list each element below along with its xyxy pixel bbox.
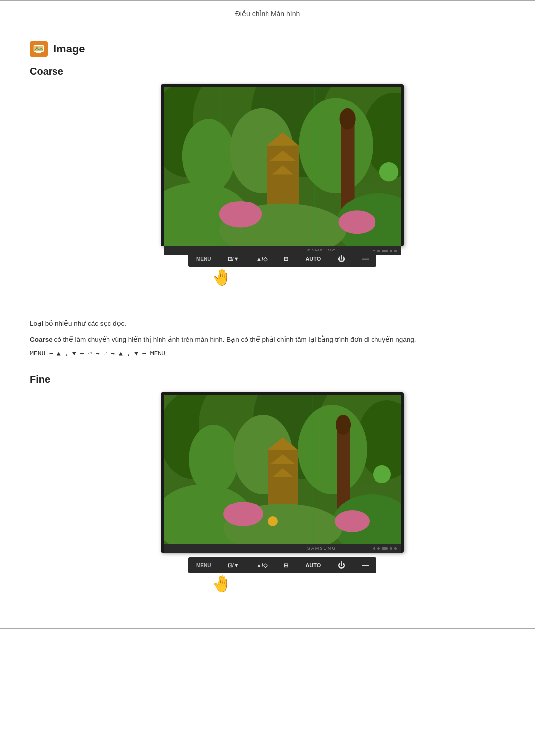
minus-btn-fine[interactable]: — [362,561,369,569]
hand-cursor-coarse: 🤚 [211,267,232,287]
svg-rect-4 [36,52,41,53]
svg-point-42 [336,415,351,435]
samsung-logo-fine: SAMSUNG [270,546,373,551]
coarse-monitor-display: SAMSUNG [161,84,404,246]
page-title: Điều chỉnh Màn hình [235,10,300,18]
coarse-section: Coarse [30,66,505,374]
coarse-desc2-rest: có thể làm chuyển vùng hiển thị hình ảnh… [53,336,416,343]
fine-control-bar: MENU ⊡/▼ ▲/◇ ⊟ AUTO ⏻ — [188,557,376,573]
up-btn-coarse[interactable]: ▲/◇ [256,256,267,262]
content-area: Image Coarse [0,41,535,618]
svg-point-19 [340,108,356,130]
coarse-bold: Coarse [30,336,53,343]
up-btn-fine[interactable]: ▲/◇ [256,562,267,569]
coarse-monitor-container: SAMSUNG [59,84,505,246]
section-header: Image [30,41,505,57]
auto-btn-coarse[interactable]: AUTO [305,256,321,262]
top-border [0,0,535,1]
svg-point-36 [298,405,367,494]
power-btn-fine[interactable]: ⏻ [338,561,345,569]
fine-control-bar-container: MENU ⊡/▼ ▲/◇ ⊟ AUTO ⏻ — 🤚 [59,557,505,573]
hand-cursor-fine: 🤚 [211,574,232,594]
coarse-menu-path: MENU → ▲ , ▼ → ⏎ → ⏎ → ▲ , ▼ → MENU [30,350,505,357]
coarse-control-bar: MENU ⊡/▼ ▲/◇ ⊟ AUTO ⏻ — [188,251,376,267]
fine-monitor-base: SAMSUNG [164,544,401,553]
svg-rect-3 [37,51,40,52]
monitor-controls-coarse [373,250,397,252]
svg-point-25 [379,162,399,182]
svg-point-34 [189,425,238,494]
menu-btn-fine[interactable]: MENU [196,563,211,568]
svg-point-11 [182,119,235,193]
enter-btn-fine[interactable]: ⊟ [284,562,288,569]
monitor-controls-fine [373,547,397,550]
coarse-desc1: Loại bỏ nhiễu như các sọc dọc. [30,318,505,329]
coarse-description: Loại bỏ nhiễu như các sọc dọc. Coarse có… [30,311,505,374]
auto-btn-fine[interactable]: AUTO [305,562,321,568]
coarse-control-bar-container: MENU ⊡/▼ ▲/◇ ⊟ AUTO ⏻ — 🤚 [59,251,505,267]
svg-point-46 [223,502,263,526]
page-header: Điều chỉnh Màn hình [0,5,535,27]
fine-monitor-display: SAMSUNG [161,392,404,553]
enter-btn-coarse[interactable]: ⊟ [284,256,288,262]
minus-btn-coarse[interactable]: — [362,255,369,263]
nav-btn-fine[interactable]: ⊡/▼ [228,562,239,569]
bottom-border [0,628,535,629]
page-container: Điều chỉnh Màn hình Image Coarse [0,0,535,756]
fine-section: Fine [30,374,505,618]
svg-point-23 [219,201,262,228]
menu-btn-coarse[interactable]: MENU [196,256,211,262]
coarse-title: Coarse [30,66,505,77]
image-icon [30,41,48,57]
fine-monitor-container: SAMSUNG [59,392,505,553]
fine-screen [164,395,401,544]
section-title: Image [54,43,85,55]
svg-point-24 [338,210,375,234]
coarse-desc2: Coarse có thể làm chuyển vùng hiển thị h… [30,334,505,345]
svg-point-49 [373,465,391,483]
nav-btn-coarse[interactable]: ⊡/▼ [228,256,239,262]
svg-point-48 [268,516,278,526]
fine-title: Fine [30,374,505,385]
svg-point-13 [299,98,373,193]
svg-point-47 [335,510,370,532]
power-btn-coarse[interactable]: ⏻ [338,255,345,263]
coarse-screen [164,87,401,246]
